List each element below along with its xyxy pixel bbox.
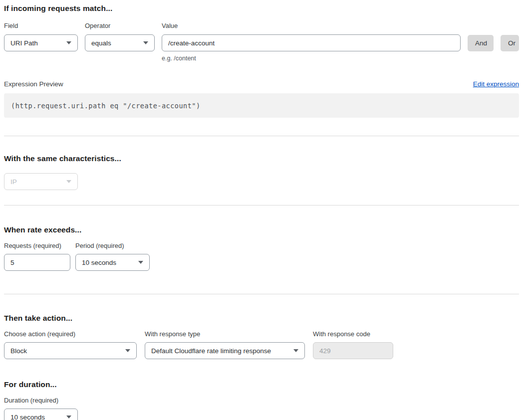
match-section-heading: If incoming requests match... (4, 4, 519, 13)
section-divider (4, 136, 519, 136)
chevron-down-icon (125, 349, 130, 352)
section-divider (4, 205, 519, 206)
duration-label: Duration (required) (4, 397, 519, 404)
characteristics-heading: With the same characteristics... (4, 154, 519, 163)
response-type-select[interactable]: Default Cloudflare rate limiting respons… (145, 342, 305, 359)
expression-preview-header: Expression Preview Edit expression (4, 80, 519, 88)
choose-action-label: Choose action (required) (4, 331, 137, 338)
field-select[interactable]: URI Path (4, 34, 78, 51)
chevron-down-icon (66, 41, 71, 44)
chevron-down-icon (66, 180, 71, 183)
response-code-input (313, 342, 393, 359)
section-divider (4, 294, 519, 294)
value-input[interactable] (162, 34, 461, 51)
or-button[interactable]: Or (501, 35, 519, 51)
chevron-down-icon (293, 349, 298, 352)
expression-preview-code: (http.request.uri.path eq "/create-accou… (4, 93, 519, 118)
duration-select-value: 10 seconds (10, 414, 45, 420)
operator-label: Operator (85, 22, 155, 29)
characteristic-select: IP (4, 173, 78, 190)
response-type-select-value: Default Cloudflare rate limiting respons… (151, 347, 271, 355)
requests-label: Requests (required) (4, 242, 70, 249)
response-type-label: With response type (145, 331, 305, 338)
response-code-label: With response code (313, 331, 393, 338)
action-select[interactable]: Block (4, 342, 137, 359)
operator-select[interactable]: equals (85, 34, 155, 51)
period-label: Period (required) (75, 242, 150, 249)
field-label: Field (4, 22, 78, 29)
edit-expression-link[interactable]: Edit expression (473, 80, 519, 88)
chevron-down-icon (66, 416, 71, 419)
rate-section: When rate exceeds... Requests (required)… (4, 225, 519, 271)
period-select[interactable]: 10 seconds (75, 254, 150, 271)
rate-limit-rule-form: If incoming requests match... Field Oper… (0, 0, 523, 420)
chevron-down-icon (143, 41, 148, 44)
expression-preview-label: Expression Preview (4, 81, 63, 88)
rate-heading: When rate exceeds... (4, 225, 519, 234)
chevron-down-icon (138, 261, 143, 264)
duration-select[interactable]: 10 seconds (4, 409, 78, 420)
value-helper-text: e.g. /content (162, 55, 461, 62)
duration-heading: For duration... (4, 380, 519, 389)
period-select-value: 10 seconds (82, 259, 116, 266)
action-heading: Then take action... (4, 314, 519, 323)
action-select-value: Block (10, 347, 27, 355)
operator-select-value: equals (91, 39, 111, 47)
field-select-value: URI Path (10, 39, 38, 47)
requests-input[interactable] (4, 254, 70, 271)
duration-section: For duration... Duration (required) 10 s… (4, 380, 519, 420)
value-label: Value (162, 22, 461, 29)
characteristic-select-value: IP (10, 178, 17, 186)
match-builder-row: Field Operator Value URI Path equals And… (4, 22, 519, 62)
action-section: Then take action... Choose action (requi… (4, 314, 519, 359)
and-button[interactable]: And (468, 35, 494, 51)
characteristics-section: With the same characteristics... IP (4, 154, 519, 190)
